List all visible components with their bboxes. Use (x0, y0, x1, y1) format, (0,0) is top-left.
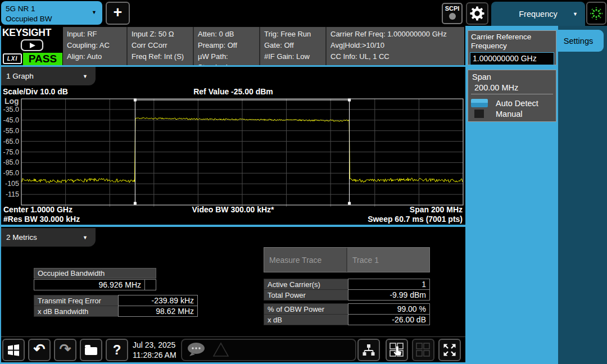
time-text: 11:28:26 AM (133, 350, 176, 360)
res-bw-readout[interactable]: #Res BW 30.000 kHz (3, 215, 80, 224)
freq-error-table: Transmit Freq Error -239.89 kHz x dB Ban… (34, 295, 198, 317)
status-col-carrier: Carrier Ref Freq: 1.000000000 GHz Avg|Ho… (327, 27, 464, 65)
file-explorer-button[interactable] (80, 339, 102, 361)
scpi-status-led (449, 13, 456, 20)
span-input[interactable]: 200.00 MHz (471, 82, 553, 94)
sweep-readout[interactable]: Sweep 60.7 ms (7001 pts) (368, 215, 463, 224)
redo-button[interactable]: ↷ (54, 339, 76, 361)
keysight-logo: KEYSIGHT (2, 27, 51, 39)
windows-start-button[interactable] (2, 339, 25, 361)
metric-label: x dB (264, 314, 348, 325)
top-bar: 5G NR 1 Occupied BW ▼ + SCPI (0, 0, 607, 26)
table-row: x dB Bandwidth 98.62 MHz (34, 306, 198, 317)
span-mode-manual[interactable]: Manual (471, 108, 556, 119)
svg-text:-85.0: -85.0 (3, 158, 20, 166)
status-line: CC Info: UL, 1 CC (330, 51, 460, 62)
window-grid-button-disabled[interactable] (412, 339, 434, 361)
add-measurement-button[interactable]: + (106, 2, 130, 25)
annotation-bar[interactable] (181, 339, 356, 361)
status-line: Gate: Off (264, 40, 321, 51)
svg-text:-75.0: -75.0 (3, 148, 20, 156)
measure-trace-value: Trace 1 (346, 248, 429, 272)
plus-icon: + (114, 4, 123, 21)
select-window-layout-button[interactable] (386, 339, 408, 361)
measurement-running-button[interactable] (586, 2, 606, 25)
auto-detect-label: Auto Detect (496, 99, 538, 108)
svg-text:-45.0: -45.0 (3, 116, 20, 124)
table-row: % of OBW Power 99.00 % (264, 303, 430, 315)
graph-view-selector[interactable]: 1 Graph ▼ (1, 67, 96, 85)
status-line: Atten: 0 dB (198, 29, 255, 40)
expand-arrows-icon (442, 342, 457, 358)
metric-label: x dB Bandwidth (34, 306, 118, 317)
span-mode-toggle: Auto Detect Manual (468, 94, 556, 119)
ref-value-readout[interactable]: Ref Value -25.00 dBm (1, 87, 465, 96)
center-freq-readout[interactable]: Center 1.0000 GHz (3, 205, 73, 214)
span-mode-auto-detect[interactable]: Auto Detect (471, 98, 556, 108)
metric-label: Total Power (264, 289, 348, 301)
table-row: x dB -26.00 dB (264, 314, 430, 325)
metrics-view-selector[interactable]: 2 Metrics ▼ (1, 228, 96, 247)
fullscreen-button[interactable] (438, 339, 461, 361)
carrier-ref-freq-label: Carrier Reference Frequency (468, 31, 556, 51)
metric-label: % of OBW Power (264, 303, 348, 315)
status-line: Preamp: Off (198, 40, 255, 51)
starburst-icon (588, 6, 604, 21)
frequency-menu-tab[interactable]: Frequency ▼ (491, 2, 585, 26)
carrier-ref-freq-input[interactable]: 1.000000000 GHz (470, 52, 554, 65)
occupied-bandwidth-row: 96.926 MHz (34, 279, 156, 290)
carrier-ref-freq-control: Carrier Reference Frequency 1.000000000 … (468, 30, 556, 65)
settings-tab-label: Settings (564, 37, 593, 46)
status-line: Input: RF (67, 29, 123, 40)
measure-trace-label: Measure Trace (264, 248, 346, 272)
pass-status-badge: PASS (23, 53, 62, 65)
chevron-down-icon: ▼ (83, 235, 88, 240)
folder-icon (85, 347, 97, 355)
sidebar-menu-column (558, 26, 607, 364)
frequency-sidebar: Settings Carrier Reference Frequency 1.0… (465, 26, 607, 364)
redo-icon: ↷ (60, 342, 71, 356)
bottom-toolbar: ↶ ↷ ? Jul 23, 2025 11:28:26 AM (1, 336, 465, 362)
keysight-bubble-icon (20, 39, 44, 53)
occupied-bandwidth-value: 96.926 MHz (34, 279, 145, 290)
status-line: Input Z: 50 Ω (132, 29, 189, 40)
help-button[interactable]: ? (106, 339, 128, 361)
undo-button[interactable]: ↶ (28, 339, 51, 361)
main-area: KEYSIGHT LXI PASS Input: RF Coupling: AC… (0, 26, 465, 364)
measure-tab-line2: Occupied BW (6, 14, 98, 24)
video-bw-readout[interactable]: Video BW 300.00 kHz* (192, 205, 274, 214)
scpi-button[interactable]: SCPI (442, 3, 463, 24)
window-layout-tree-button[interactable] (357, 339, 380, 361)
table-row: Total Power -9.99 dBm (264, 289, 430, 301)
toggle-off-indicator-icon (474, 110, 484, 118)
table-row: Active Carrier(s) 1 (264, 279, 430, 290)
status-line: Coupling: AC (67, 40, 123, 51)
system-settings-button[interactable] (466, 2, 488, 25)
measure-tab-line1: 5G NR 1 (6, 4, 98, 14)
status-line: Align: Auto (67, 51, 123, 62)
span-control: Span 200.00 MHz Auto Detect Manual (468, 70, 556, 122)
status-col-input: Input: RF Coupling: AC Align: Auto (63, 27, 128, 65)
tab-settings[interactable]: Settings (553, 30, 604, 52)
status-col-trigger: Trig: Free Run Gate: Off #IF Gain: Low (260, 27, 327, 65)
datetime-display[interactable]: Jul 23, 2025 11:28:26 AM (133, 340, 176, 360)
obw-power-table: % of OBW Power 99.00 % x dB -26.00 dB (264, 303, 430, 325)
metric-label: Transmit Freq Error (34, 295, 118, 306)
metric-value: -26.00 dB (348, 314, 430, 325)
measure-trace-selector[interactable]: Measure Trace Trace 1 (264, 247, 430, 272)
grid-dim-icon (415, 342, 431, 358)
measure-tab-5gnr-occupied-bw[interactable]: 5G NR 1 Occupied BW ▼ (1, 1, 102, 25)
span-readout[interactable]: Span 200 MHz (410, 205, 463, 214)
graph-window[interactable]: Log-35.0-45.0-55.0-65.0-75.0-85.0-95.0-1… (1, 67, 465, 225)
layout-tree-icon (361, 343, 376, 357)
windows-logo-icon (7, 343, 20, 357)
metrics-window[interactable]: 2 Metrics ▼ Occupied Bandwidth 96.926 MH… (1, 227, 465, 336)
chevron-down-icon: ▼ (83, 74, 88, 79)
status-columns: Input: RF Coupling: AC Align: Auto Input… (63, 27, 464, 65)
graph-view-selector-label: 1 Graph (6, 72, 34, 80)
toggle-on-indicator-icon (471, 99, 488, 107)
status-line: #IF Gain: Low (264, 51, 321, 62)
svg-text:Log: Log (4, 97, 19, 106)
undo-icon: ↶ (34, 342, 46, 356)
svg-text:-35.0: -35.0 (3, 106, 20, 113)
